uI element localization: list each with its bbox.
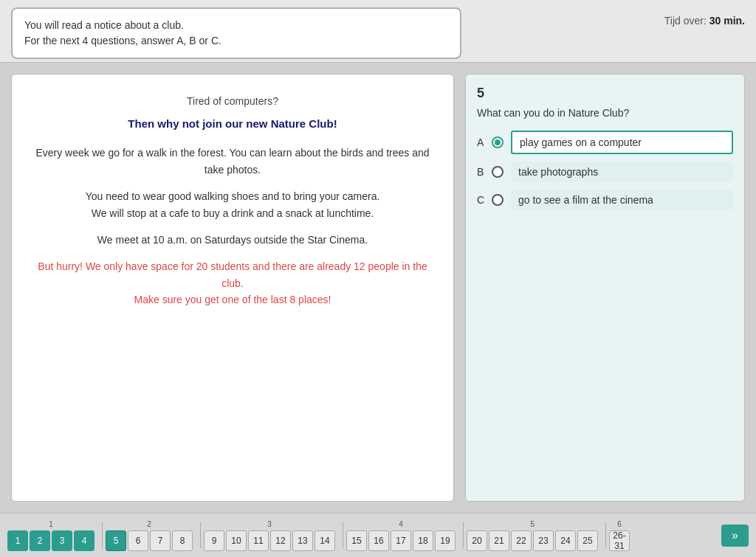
answer-label-b: B — [477, 166, 492, 178]
nav-btn-19[interactable]: 19 — [435, 530, 456, 551]
nav-section-label-5: 5 — [530, 520, 535, 528]
nav-btn-12[interactable]: 12 — [270, 530, 291, 551]
nav-btn-23[interactable]: 23 — [533, 530, 554, 551]
separator-2 — [200, 522, 201, 548]
top-bar: You will read a notice about a club. For… — [0, 0, 756, 63]
bottom-nav: 1 1 2 3 4 2 5 6 7 8 3 9 10 11 12 13 14 — [0, 513, 756, 557]
nav-btn-15[interactable]: 15 — [346, 530, 367, 551]
nav-btn-25[interactable]: 25 — [577, 530, 598, 551]
nav-btn-4[interactable]: 4 — [74, 530, 94, 551]
question-panel: 5 What can you do in Nature Club? A play… — [465, 74, 745, 502]
radio-b[interactable] — [492, 166, 504, 178]
nav-btn-6[interactable]: 6 — [128, 530, 148, 551]
instructions-box: You will read a notice about a club. For… — [11, 7, 461, 59]
separator-1 — [102, 522, 103, 548]
question-text: What can you do in Nature Club? — [477, 107, 733, 119]
nav-btn-26-31[interactable]: 26-31 — [609, 530, 630, 551]
nav-btn-11[interactable]: 11 — [248, 530, 269, 551]
nav-btn-7[interactable]: 7 — [150, 530, 171, 551]
instruction-line2: For the next 4 questions, answer A, B or… — [24, 33, 448, 49]
reading-title-join: Then why not join our new Nature Club! — [34, 115, 431, 133]
reading-paragraph2: You need to wear good walking shoes and … — [34, 188, 431, 221]
reading-p2-text: You need to wear good walking shoes and … — [86, 190, 380, 218]
nav-btn-5[interactable]: 5 — [106, 530, 126, 551]
nav-btn-17[interactable]: 17 — [391, 530, 411, 551]
nav-btn-14[interactable]: 14 — [315, 530, 335, 551]
reading-paragraph3: We meet at 10 a.m. on Saturdays outside … — [34, 232, 431, 248]
nav-section-3-buttons: 9 10 11 12 13 14 — [204, 530, 335, 551]
separator-3 — [343, 522, 343, 548]
nav-section-5-buttons: 20 21 22 23 24 25 — [467, 530, 598, 551]
nav-btn-13[interactable]: 13 — [292, 530, 313, 551]
nav-section-label-6: 6 — [617, 520, 622, 528]
radio-c[interactable] — [492, 194, 504, 206]
answer-option-c[interactable]: C go to see a film at the cinema — [477, 190, 733, 210]
answer-option-b[interactable]: B take photographs — [477, 162, 733, 182]
nav-next-button[interactable]: » — [721, 525, 749, 547]
nav-section-label-3: 3 — [267, 520, 272, 528]
timer-value: 30 min. — [709, 15, 745, 27]
nav-section-6: 6 26-31 — [609, 520, 630, 551]
nav-btn-24[interactable]: 24 — [555, 530, 576, 551]
reading-panel: Tired of computers? Then why not join ou… — [11, 74, 454, 502]
nav-section-2-buttons: 5 6 7 8 — [106, 530, 193, 551]
timer-area: Tijd over: 30 min. — [664, 15, 745, 27]
radio-a[interactable] — [492, 136, 504, 148]
nav-btn-18[interactable]: 18 — [413, 530, 433, 551]
nav-section-6-buttons: 26-31 — [609, 530, 630, 551]
nav-btn-20[interactable]: 20 — [467, 530, 487, 551]
answer-label-a: A — [477, 136, 492, 148]
nav-section-label-4: 4 — [399, 520, 403, 528]
nav-btn-3[interactable]: 3 — [52, 530, 72, 551]
nav-btn-10[interactable]: 10 — [226, 530, 247, 551]
reading-title-tired: Tired of computers? — [34, 93, 431, 109]
nav-section-5: 5 20 21 22 23 24 25 — [467, 520, 598, 551]
main-content: Tired of computers? Then why not join ou… — [0, 63, 756, 513]
answer-option-a[interactable]: A play games on a computer — [477, 131, 733, 154]
nav-section-1-buttons: 1 2 3 4 — [7, 530, 94, 551]
nav-btn-9[interactable]: 9 — [204, 530, 224, 551]
timer-label: Tijd over: — [664, 15, 707, 27]
answer-label-c: C — [477, 194, 492, 206]
reading-paragraph1: Every week we go for a walk in the fores… — [34, 145, 431, 178]
nav-section-label-1: 1 — [49, 520, 53, 528]
nav-btn-2[interactable]: 2 — [30, 530, 50, 551]
nav-section-4: 4 15 16 17 18 19 — [346, 520, 456, 551]
separator-5 — [605, 522, 606, 548]
nav-section-3: 3 9 10 11 12 13 14 — [204, 520, 335, 551]
reading-paragraph4: But hurry! We only have space for 20 stu… — [34, 258, 431, 308]
nav-btn-1[interactable]: 1 — [7, 530, 28, 551]
nav-btn-8[interactable]: 8 — [172, 530, 193, 551]
separator-4 — [463, 522, 464, 548]
question-number: 5 — [477, 86, 733, 101]
nav-btn-22[interactable]: 22 — [511, 530, 532, 551]
nav-section-2: 2 5 6 7 8 — [106, 520, 193, 551]
answer-text-a: play games on a computer — [511, 131, 733, 154]
nav-section-1: 1 1 2 3 4 — [7, 520, 94, 551]
nav-btn-21[interactable]: 21 — [489, 530, 509, 551]
nav-btn-16[interactable]: 16 — [368, 530, 389, 551]
nav-section-label-2: 2 — [147, 520, 151, 528]
nav-section-4-buttons: 15 16 17 18 19 — [346, 530, 456, 551]
instruction-line1: You will read a notice about a club. — [24, 18, 448, 33]
answer-text-b: take photographs — [511, 162, 733, 182]
answer-text-c: go to see a film at the cinema — [511, 190, 733, 210]
